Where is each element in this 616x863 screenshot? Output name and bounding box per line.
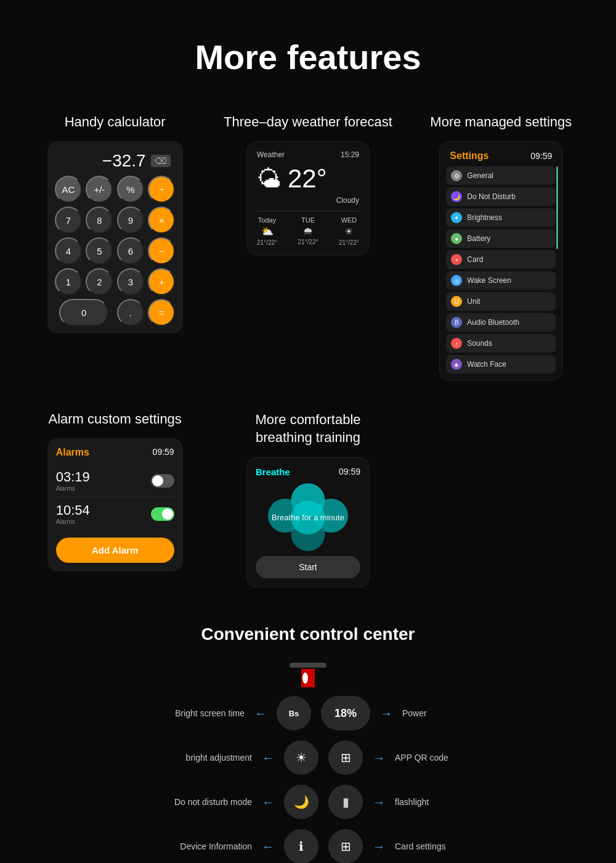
calc-dot[interactable]: . bbox=[117, 299, 144, 326]
calc-7[interactable]: 7 bbox=[55, 207, 82, 234]
alarm-item-1: 03:19 Alarms bbox=[56, 464, 174, 497]
settings-item-general[interactable]: ⚙ General bbox=[446, 166, 556, 185]
calc-plus[interactable]: + bbox=[148, 268, 175, 295]
ctrl-moon-button[interactable]: 🌙 bbox=[284, 785, 318, 819]
forecast-wed-icon: ☀ bbox=[339, 226, 359, 237]
calc-0[interactable]: 0 bbox=[59, 299, 108, 326]
settings-item-bluetooth[interactable]: B Audio Bluetooth bbox=[446, 313, 556, 332]
calc-8[interactable]: 8 bbox=[86, 207, 113, 234]
ctrl-qr-label: APP QR code bbox=[395, 753, 469, 763]
calc-3[interactable]: 3 bbox=[117, 268, 144, 295]
alarm-widget: Alarms 09:59 03:19 Alarms 10:54 Alarms A… bbox=[47, 438, 183, 571]
breathe-start-button[interactable]: Start bbox=[256, 556, 360, 578]
ctrl-battery-percent: 18% bbox=[321, 696, 370, 730]
settings-dot-sounds: ♪ bbox=[451, 338, 462, 349]
settings-dot-dnd: 🌙 bbox=[451, 191, 462, 202]
calc-2[interactable]: 2 bbox=[86, 268, 113, 295]
control-row-4: Device Information ← ℹ ⊞ → Card settings bbox=[147, 829, 469, 863]
ctrl-bright-screen-label: Bright screen time bbox=[140, 708, 245, 718]
calc-multiply[interactable]: × bbox=[148, 207, 175, 234]
ctrl-info-button[interactable]: ℹ bbox=[284, 829, 318, 863]
alarm-2-time: 10:54 bbox=[56, 502, 90, 518]
settings-item-dnd[interactable]: 🌙 Do Not Disturb bbox=[446, 187, 556, 206]
settings-label: More managed settings bbox=[430, 114, 572, 130]
alarm-1-info: 03:19 Alarms bbox=[56, 469, 90, 492]
watch-flag bbox=[301, 669, 315, 687]
settings-item-unit[interactable]: U Unit bbox=[446, 292, 556, 311]
calc-minus[interactable]: − bbox=[148, 237, 175, 264]
header: More features bbox=[0, 0, 616, 102]
settings-item-battery[interactable]: ● Battery bbox=[446, 229, 556, 248]
ctrl-card-settings-button[interactable]: ⊞ bbox=[328, 829, 363, 863]
calc-backspace[interactable]: ⌫ bbox=[151, 155, 171, 167]
settings-item-wakescreen[interactable]: ◎ Wake Screen bbox=[446, 271, 556, 290]
settings-dot-brightness: ✦ bbox=[451, 212, 462, 223]
ctrl-arrow-right-2: → bbox=[373, 751, 385, 765]
calc-4[interactable]: 4 bbox=[55, 237, 82, 264]
weather-header: Weather 15:29 bbox=[257, 150, 359, 159]
control-row-2: bright adjustment ← ☀ ⊞ → APP QR code bbox=[147, 740, 469, 775]
weather-temperature: 22° bbox=[288, 164, 327, 194]
settings-label-battery: Battery bbox=[467, 234, 490, 243]
settings-dot-bluetooth: B bbox=[451, 317, 462, 328]
weather-main: 🌤 22° bbox=[257, 164, 359, 194]
control-center-title: Convenient control center bbox=[25, 624, 591, 644]
settings-item-sounds[interactable]: ♪ Sounds bbox=[446, 334, 556, 353]
calc-grid: AC +/- % ÷ 7 8 9 × 4 5 6 − 1 2 3 + 0 . = bbox=[55, 176, 176, 326]
settings-time: 09:59 bbox=[530, 151, 552, 161]
calc-6[interactable]: 6 bbox=[117, 237, 144, 264]
calc-percent[interactable]: % bbox=[117, 176, 144, 203]
ctrl-arrow-left-2: ← bbox=[262, 751, 274, 765]
settings-dot-card: ▪ bbox=[451, 254, 462, 265]
settings-section: More managed settings Settings 09:59 ⚙ G… bbox=[411, 114, 591, 380]
alarm-2-toggle[interactable] bbox=[151, 507, 174, 521]
weather-forecast: Today ⛅ 21°/22° TUE 🌧 21°/22° WED ☀ 21°/… bbox=[257, 211, 359, 246]
weather-title: Weather bbox=[257, 150, 285, 159]
weather-section: Three–day weather forecast Weather 15:29… bbox=[217, 114, 398, 255]
watch-topbar bbox=[290, 663, 326, 668]
forecast-today-label: Today bbox=[257, 216, 277, 224]
ctrl-arrow-left-3: ← bbox=[262, 795, 274, 809]
breathe-flower: Breathe for a minute bbox=[256, 483, 360, 551]
calc-9[interactable]: 9 bbox=[117, 207, 144, 234]
settings-header: Settings 09:59 bbox=[446, 148, 556, 166]
ctrl-qr-button[interactable]: ⊞ bbox=[328, 740, 363, 775]
alarm-1-toggle[interactable] bbox=[151, 474, 174, 488]
settings-item-brightness[interactable]: ✦ Brightness bbox=[446, 208, 556, 227]
calc-plusminus[interactable]: +/- bbox=[86, 176, 113, 203]
settings-dot-battery: ● bbox=[451, 233, 462, 244]
alarm-time: 09:59 bbox=[153, 447, 174, 458]
forecast-tue-temp: 21°/22° bbox=[298, 239, 318, 245]
ctrl-sun-button[interactable]: ☀ bbox=[284, 740, 318, 775]
settings-dot-general: ⚙ bbox=[451, 170, 462, 181]
ctrl-power-label: Power bbox=[402, 708, 476, 718]
ctrl-bs-button[interactable]: Bs bbox=[277, 696, 311, 730]
features-row-1: Handy calculator −32.7 ⌫ AC +/- % ÷ 7 8 … bbox=[0, 102, 616, 393]
alarm-2-label: Alarms bbox=[56, 518, 90, 525]
forecast-wed: WED ☀ 21°/22° bbox=[339, 216, 359, 246]
breathe-widget: Breathe 09:59 Breathe for a minute Start bbox=[246, 457, 370, 587]
add-alarm-button[interactable]: Add Alarm bbox=[56, 538, 174, 563]
calc-divide[interactable]: ÷ bbox=[148, 176, 175, 203]
settings-title: Settings bbox=[450, 150, 488, 162]
alarm-section: Alarm custom settings Alarms 09:59 03:19… bbox=[25, 411, 205, 571]
control-center: Bright screen time ← Bs 18% → Power brig… bbox=[25, 663, 591, 863]
calc-ac[interactable]: AC bbox=[55, 176, 82, 203]
calc-value: −32.7 bbox=[102, 151, 146, 171]
calc-equals[interactable]: = bbox=[148, 299, 175, 326]
forecast-today: Today ⛅ 21°/22° bbox=[257, 216, 277, 246]
calc-5[interactable]: 5 bbox=[86, 237, 113, 264]
forecast-today-temp: 21°/22° bbox=[257, 239, 277, 246]
settings-list: ⚙ General 🌙 Do Not Disturb ✦ Brightness … bbox=[446, 166, 556, 374]
settings-item-card[interactable]: ▪ Card bbox=[446, 250, 556, 269]
calc-1[interactable]: 1 bbox=[55, 268, 82, 295]
alarm-label: Alarm custom settings bbox=[48, 411, 181, 427]
weather-widget: Weather 15:29 🌤 22° Cloudy Today ⛅ 21°/2… bbox=[246, 141, 370, 255]
settings-label-unit: Unit bbox=[467, 297, 480, 306]
alarm-title: Alarms bbox=[56, 447, 89, 458]
settings-label-watchface: Watch Face bbox=[467, 360, 506, 369]
settings-item-watchface[interactable]: ◈ Watch Face bbox=[446, 355, 556, 374]
ctrl-flashlight-button[interactable]: ▮ bbox=[328, 785, 363, 819]
calc-display: −32.7 ⌫ bbox=[55, 149, 176, 176]
ctrl-flashlight-label: flashlight bbox=[395, 797, 469, 807]
